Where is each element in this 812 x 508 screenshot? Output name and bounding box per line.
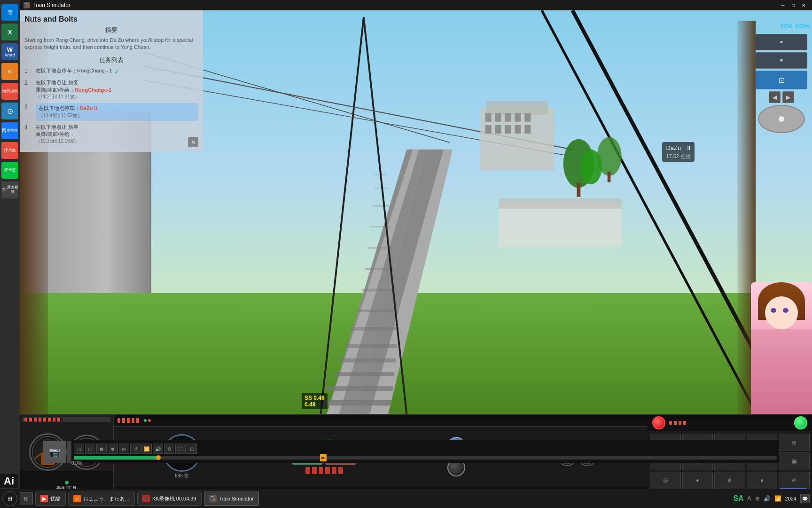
drc-cell-11[interactable]: ◎ [650, 472, 681, 489]
left-sidebar: 管 X W Word K 玩 玩游戏 ⊙ 网 度网盘 优 优酷 爱 奇艺 🎬 爱… [0, 0, 20, 508]
led-green-1 [144, 419, 147, 422]
title-bar-controls: ─ □ ✕ [778, 1, 808, 9]
start-button[interactable]: ⊞ [2, 491, 17, 506]
task-text-2b: 乘降/装卸/补给：RongChange-1 [36, 87, 111, 94]
svg-rect-28 [495, 113, 501, 122]
app-icon-word[interactable]: W Word [1, 43, 18, 60]
rsp-mini-btn-1[interactable]: ◀ [769, 91, 781, 103]
prog-icon-3[interactable]: ⏹ [96, 444, 107, 454]
sys-time-display: 2024 [785, 496, 796, 501]
app-icon-video[interactable]: 🎬 爱奇视频 [1, 182, 18, 198]
dest-label: DaZu II [666, 144, 690, 151]
svg-rect-36 [524, 125, 531, 134]
thumb-1[interactable]: 📷 [43, 441, 66, 463]
prog-icon-11[interactable]: ⊡ [187, 444, 197, 454]
prog-icon-7[interactable]: 🔀 [141, 444, 152, 454]
svg-rect-11 [362, 289, 396, 292]
drc-cell-14[interactable]: ● [747, 472, 778, 489]
task-list-title: 任务列表 [24, 56, 198, 64]
svg-rect-15 [372, 205, 390, 206]
task-item-2: 2 在以下地点让 旅客 乘降/装卸/补给：RongChange-1 （11:31… [24, 79, 198, 100]
svg-rect-17 [375, 174, 387, 175]
app-icon-manager[interactable]: 管 [1, 4, 18, 21]
drc-cell-5[interactable]: ⊕ [779, 434, 810, 451]
progress-pct: 0.0% [71, 460, 82, 466]
maximize-button[interactable]: □ [789, 1, 798, 9]
dash-red-strip [22, 417, 111, 422]
minimize-button[interactable]: ─ [778, 1, 788, 9]
ground [20, 293, 812, 414]
task-time-4: （12:15到 12:16发） [36, 138, 79, 144]
mission-title: Nuts and Bolts [24, 15, 198, 24]
taskbar-youku[interactable]: ▶ 优酷 [35, 492, 66, 506]
green-button-main[interactable] [794, 416, 807, 429]
task-num-2: 2 [24, 79, 32, 87]
prog-icon-2[interactable]: ▷ [85, 444, 95, 454]
rsp-mini-btn-2[interactable]: ▶ [782, 91, 794, 103]
rsp-button-highlighted[interactable]: ⊡ [756, 71, 807, 89]
task-text-4b: 乘降/装卸/补给： [36, 131, 79, 138]
drc-cell-13[interactable]: ★ [714, 472, 745, 489]
task-text-1: 在以下地点停车：RongChang - 1 [36, 67, 112, 74]
svg-rect-34 [505, 125, 511, 134]
app-icon-iqiyi[interactable]: 爱 奇艺 [1, 162, 18, 179]
progress-track[interactable]: SS [74, 456, 777, 460]
drc-cell-10[interactable]: ▣ [779, 452, 810, 470]
task-num-1: 1 [24, 67, 32, 75]
prog-icon-8[interactable]: 🔊 [153, 444, 163, 454]
task-num-3: 3 [24, 103, 32, 111]
led-row [144, 419, 151, 422]
drc-red-strip [669, 421, 688, 425]
taskbar-kk[interactable]: 🎥 KK录像机 00:04:39 [137, 492, 202, 506]
app-icon-excel[interactable]: X [1, 24, 18, 40]
task-manager-icon[interactable]: ⊞ [20, 492, 33, 505]
red-light-strip [24, 418, 62, 421]
train-label: Train Simulator [219, 496, 254, 501]
title-bar-icon: 🚂 [23, 2, 30, 8]
title-bar-text: Train Simulator [32, 2, 778, 8]
app-icon-music[interactable]: K [1, 63, 18, 80]
taskbar-greet[interactable]: お おはよう、またあ… [68, 492, 135, 506]
task-item-3: 3 在以下地点停车：DaZu II （11:49到 11:52发） [24, 103, 198, 120]
task-num-4: 4 [24, 124, 32, 132]
app-icon-games[interactable]: 玩 玩游戏 [1, 83, 18, 100]
task-text-4: 在以下地点让 旅客 [36, 124, 79, 131]
svg-rect-33 [495, 125, 501, 134]
prog-icon-1[interactable]: ◁ [74, 444, 84, 454]
rsp-row: ◀ ▶ [769, 91, 794, 103]
system-time: 2024 [785, 496, 796, 501]
notifications-button[interactable]: 💬 [800, 494, 810, 503]
svg-rect-26 [486, 101, 548, 115]
mission-close-button[interactable]: ✕ [188, 137, 198, 147]
app-label-iqiyi: 奇艺 [8, 168, 16, 173]
progress-marker[interactable]: SS [320, 454, 327, 461]
task-active-3: 在以下地点停车：DaZu II （11:49到 11:52发） [36, 103, 198, 120]
summary-title: 摘要 [24, 26, 198, 34]
rsp-button-2[interactable]: ▪ [756, 52, 807, 69]
title-bar: 🚂 Train Simulator ─ □ ✕ [20, 0, 812, 10]
greet-label: おはよう、またあ… [83, 495, 130, 502]
prog-icon-10[interactable]: ⛶ [175, 444, 186, 454]
sys-icon-3: 🔊 [764, 495, 771, 502]
prog-icon-5[interactable]: ⏭ [119, 444, 129, 454]
rsp-button-1[interactable]: ▪ [756, 34, 807, 50]
sys-icon-4: 📶 [774, 495, 781, 502]
drc-cell-12[interactable]: ♦ [682, 472, 713, 489]
sa-logo: SA [733, 494, 743, 503]
app-icon-circle[interactable]: ⊙ [1, 103, 18, 119]
drc-cell-15[interactable]: ⊚ [779, 472, 810, 489]
prog-icon-9[interactable]: ⚙ [164, 444, 174, 454]
red-button-main[interactable] [652, 416, 665, 429]
close-button[interactable]: ✕ [799, 1, 808, 9]
svg-rect-35 [515, 125, 521, 134]
app-icon-netdisk[interactable]: 网 度网盘 [1, 122, 18, 139]
task-time-3: （11:49到 11:52发） [39, 112, 195, 119]
prog-icon-6[interactable]: ↺ [130, 444, 141, 454]
prog-icon-4[interactable]: ⏺ [108, 444, 118, 454]
dial-control[interactable] [758, 105, 805, 133]
taskbar-train[interactable]: 🚂 Train Simulator [204, 492, 259, 506]
svg-rect-38 [577, 183, 580, 197]
progress-thumb[interactable] [156, 455, 161, 460]
task-time-2: （11:31到 11:31发） [36, 94, 111, 100]
app-icon-youku[interactable]: 优 优酷 [1, 142, 18, 159]
